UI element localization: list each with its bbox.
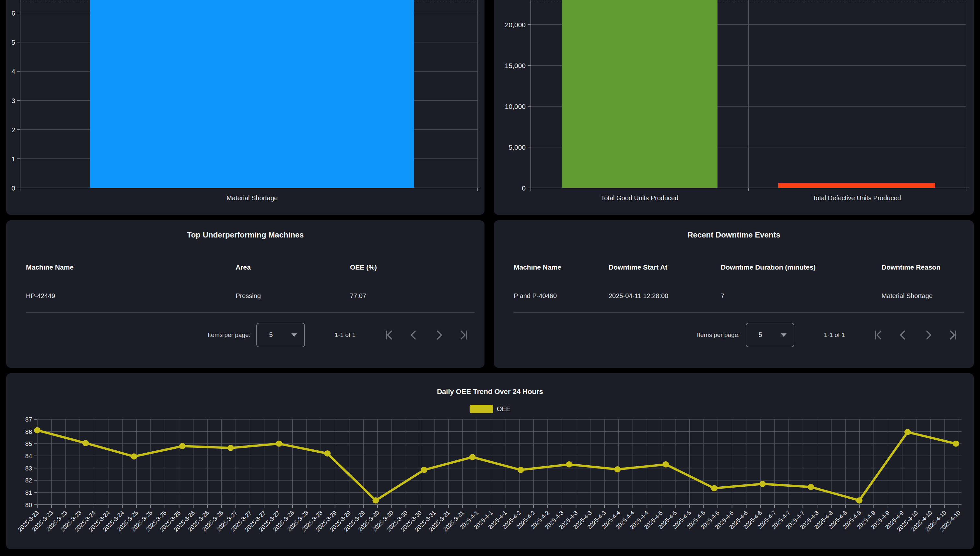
oee-data-point[interactable] (228, 445, 234, 451)
items-per-page-select[interactable]: 5 (746, 323, 794, 348)
oee-data-point[interactable] (469, 454, 476, 460)
x-axis-category-label: Total Good Units Produced (601, 194, 678, 202)
legend-item-oee[interactable]: OEE (6, 405, 974, 413)
y-axis-tick-label: 2 (11, 126, 15, 134)
top-underperforming-machines-panel: Top Underperforming Machines Machine Nam… (6, 220, 485, 368)
bar-total-good-units-produced[interactable] (562, 0, 718, 188)
y-axis-tick-label: 20,000 (505, 21, 526, 29)
items-per-page-value: 5 (758, 331, 762, 339)
oee-data-point[interactable] (953, 441, 959, 447)
last-page-icon (459, 330, 469, 340)
first-page-icon (384, 330, 394, 340)
y-axis-tick-label: 5 (11, 39, 15, 46)
oee-data-point[interactable] (711, 485, 718, 491)
bar-material-shortage[interactable] (90, 0, 414, 188)
table-cell: P and P-40460 (514, 292, 609, 300)
column-header: Downtime Start At (609, 263, 721, 272)
chart-title: Daily OEE Trend Over 24 Hours (6, 388, 974, 396)
column-header: Downtime Reason (881, 263, 964, 272)
oee-data-point[interactable] (131, 453, 137, 459)
y-axis-tick-label: 1 (11, 155, 15, 163)
y-axis-tick-label: 87 (25, 416, 32, 423)
last-page-button[interactable] (940, 322, 965, 348)
table-header-row: Machine NameAreaOEE (%) (26, 263, 475, 272)
last-page-icon (948, 330, 958, 340)
paginator: Items per page: 5 1-1 of 1 (494, 322, 974, 348)
last-page-button[interactable] (451, 322, 476, 348)
oee-data-point[interactable] (421, 467, 427, 473)
oee-data-point[interactable] (759, 481, 766, 487)
previous-page-button[interactable] (401, 322, 426, 348)
y-axis-tick-label: 10,000 (505, 103, 526, 110)
paginator-range-label: 1-1 of 1 (335, 331, 356, 339)
panel-title: Top Underperforming Machines (6, 230, 485, 240)
paginator: Items per page: 5 1-1 of 1 (6, 322, 485, 348)
column-header: OEE (%) (350, 263, 475, 272)
oee-data-point[interactable] (904, 429, 911, 435)
column-header: Machine Name (514, 263, 609, 272)
y-axis-tick-label: 84 (25, 453, 32, 459)
downtime-by-reason-chart[interactable]: 0123456Material Shortage (6, 0, 485, 215)
x-axis-category-label: Material Shortage (226, 194, 278, 202)
oee-data-point[interactable] (179, 443, 186, 449)
table-cell: Pressing (236, 292, 350, 300)
table-header-row: Machine NameDowntime Start AtDowntime Du… (514, 263, 964, 272)
first-page-button[interactable] (865, 322, 891, 348)
y-axis-tick-label: 0 (11, 184, 15, 192)
column-header: Downtime Duration (minutes) (721, 263, 881, 272)
production-units-chart[interactable]: 05,00010,00015,00020,000Total Good Units… (494, 0, 974, 215)
oee-data-point[interactable] (663, 461, 669, 467)
table-row: P and P-404602025-04-11 12:28:007Materia… (514, 292, 964, 313)
oee-data-point[interactable] (614, 466, 621, 472)
bar-total-defective-units-produced[interactable] (778, 183, 935, 188)
x-axis-category-label: Total Defective Units Produced (812, 194, 901, 202)
oee-data-point[interactable] (517, 467, 524, 473)
daily-oee-trend-chart[interactable]: 80818283848586872025-3-232025-3-232025-3… (6, 373, 974, 549)
oee-data-point[interactable] (82, 440, 89, 446)
oee-data-point[interactable] (276, 441, 282, 447)
table-cell: Material Shortage (881, 292, 964, 300)
dashboard-page: 0123456Material Shortage 05,00010,00015,… (0, 0, 980, 549)
downtime-by-reason-chart-panel: 0123456Material Shortage (6, 0, 485, 215)
next-page-button[interactable] (915, 322, 940, 348)
items-per-page-label: Items per page: (697, 331, 740, 339)
first-page-button[interactable] (376, 322, 401, 348)
legend-label: OEE (497, 405, 510, 413)
column-header: Machine Name (26, 263, 236, 272)
chevron-down-icon (291, 333, 297, 337)
table-cell: 7 (721, 292, 881, 300)
oee-data-point[interactable] (372, 497, 379, 504)
chevron-left-icon (898, 330, 908, 340)
table-body: HP-42449Pressing77.07 (26, 292, 475, 313)
items-per-page-select[interactable]: 5 (256, 323, 305, 348)
table-cell: 77.07 (350, 292, 475, 300)
y-axis-tick-label: 85 (25, 440, 32, 447)
items-per-page-label: Items per page: (208, 331, 251, 339)
oee-data-point[interactable] (34, 427, 40, 433)
legend-swatch (470, 405, 493, 413)
y-axis-tick-label: 80 (25, 501, 32, 508)
oee-data-point[interactable] (856, 497, 862, 504)
daily-oee-trend-panel: 80818283848586872025-3-232025-3-232025-3… (6, 373, 974, 549)
column-header: Area (236, 263, 350, 272)
oee-data-point[interactable] (324, 450, 331, 457)
recent-downtime-events-panel: Recent Downtime Events Machine NameDownt… (494, 220, 974, 368)
chevron-right-icon (923, 330, 933, 340)
table-cell: 2025-04-11 12:28:00 (609, 292, 721, 300)
previous-page-button[interactable] (891, 322, 915, 348)
y-axis-tick-label: 81 (25, 489, 32, 496)
next-page-button[interactable] (426, 322, 451, 348)
chevron-down-icon (781, 333, 786, 337)
y-axis-tick-label: 5,000 (508, 144, 526, 151)
oee-data-point[interactable] (808, 484, 814, 490)
y-axis-tick-label: 3 (11, 97, 15, 104)
y-axis-tick-label: 6 (11, 10, 15, 17)
y-axis-tick-label: 82 (25, 477, 32, 484)
y-axis-tick-label: 4 (11, 68, 15, 75)
oee-data-point[interactable] (566, 461, 572, 467)
y-axis-tick-label: 15,000 (505, 62, 526, 70)
paginator-range-label: 1-1 of 1 (824, 331, 845, 339)
y-axis-tick-label: 83 (25, 465, 32, 472)
oee-line-series[interactable] (37, 430, 956, 501)
chevron-right-icon (434, 330, 444, 340)
